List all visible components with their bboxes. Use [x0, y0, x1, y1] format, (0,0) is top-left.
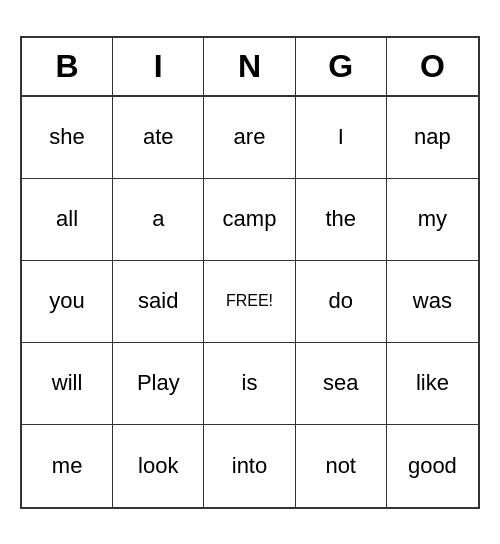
bingo-cell-r0-c0[interactable]: she: [22, 97, 113, 179]
bingo-cell-r0-c2[interactable]: are: [204, 97, 295, 179]
bingo-cell-r3-c1[interactable]: Play: [113, 343, 204, 425]
bingo-cell-r2-c4[interactable]: was: [387, 261, 478, 343]
header-letter-o: O: [387, 38, 478, 95]
header-letter-b: B: [22, 38, 113, 95]
bingo-cell-r2-c3[interactable]: do: [296, 261, 387, 343]
bingo-cell-r1-c4[interactable]: my: [387, 179, 478, 261]
bingo-cell-r4-c2[interactable]: into: [204, 425, 295, 507]
bingo-header: BINGO: [22, 38, 478, 97]
bingo-cell-r0-c4[interactable]: nap: [387, 97, 478, 179]
bingo-cell-r3-c0[interactable]: will: [22, 343, 113, 425]
bingo-cell-r3-c3[interactable]: sea: [296, 343, 387, 425]
bingo-cell-r0-c1[interactable]: ate: [113, 97, 204, 179]
bingo-cell-r1-c0[interactable]: all: [22, 179, 113, 261]
header-letter-g: G: [296, 38, 387, 95]
bingo-card: BINGO sheateareInapallacampthemyyousaidF…: [20, 36, 480, 509]
bingo-cell-r2-c1[interactable]: said: [113, 261, 204, 343]
bingo-cell-r3-c2[interactable]: is: [204, 343, 295, 425]
header-letter-n: N: [204, 38, 295, 95]
header-letter-i: I: [113, 38, 204, 95]
bingo-cell-r4-c4[interactable]: good: [387, 425, 478, 507]
bingo-cell-r4-c3[interactable]: not: [296, 425, 387, 507]
bingo-cell-r1-c1[interactable]: a: [113, 179, 204, 261]
bingo-cell-r4-c1[interactable]: look: [113, 425, 204, 507]
bingo-cell-r4-c0[interactable]: me: [22, 425, 113, 507]
bingo-cell-r3-c4[interactable]: like: [387, 343, 478, 425]
bingo-cell-r0-c3[interactable]: I: [296, 97, 387, 179]
bingo-cell-r1-c3[interactable]: the: [296, 179, 387, 261]
bingo-cell-r2-c0[interactable]: you: [22, 261, 113, 343]
bingo-grid: sheateareInapallacampthemyyousaidFREE!do…: [22, 97, 478, 507]
bingo-cell-r2-c2[interactable]: FREE!: [204, 261, 295, 343]
bingo-cell-r1-c2[interactable]: camp: [204, 179, 295, 261]
